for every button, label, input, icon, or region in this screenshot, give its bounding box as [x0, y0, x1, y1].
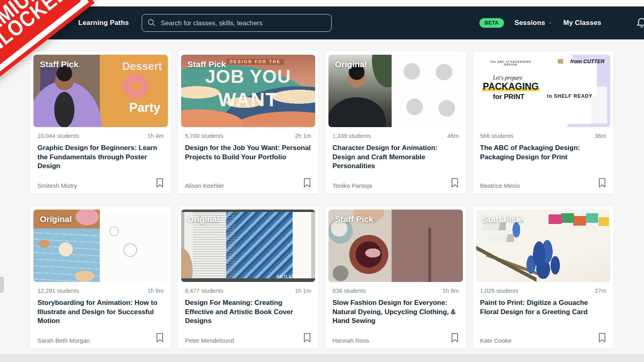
class-card[interactable]: Staff Pick 836 students 1h 9m Slow Fashi…: [325, 206, 466, 349]
badge-label: Staff Pick: [483, 214, 521, 224]
bookmark-button[interactable]: [303, 178, 311, 189]
thumbnail-art-text: for PRINT: [493, 93, 524, 101]
bookmark-icon: [598, 333, 606, 343]
card-meta-row: 12,291 students 1h 6m: [37, 288, 164, 294]
notifications-button[interactable]: [636, 17, 644, 29]
class-title[interactable]: Character Design for Animation: Design a…: [332, 144, 459, 171]
card-author-row: Beatrice Menis: [480, 178, 607, 189]
class-title[interactable]: Storyboarding for Animation: How to Illu…: [37, 298, 164, 326]
bookmark-icon: [303, 333, 311, 343]
nav-learning-paths-label: Learning Paths: [78, 19, 129, 27]
badge-green-dot: [199, 216, 201, 218]
card-meta-row: 8,477 students 1h 1m: [185, 288, 312, 294]
class-thumbnail[interactable]: Original: [33, 210, 168, 282]
class-card[interactable]: Original 12,291 students 1h 6m Storyboar…: [30, 206, 171, 349]
bookmark-icon: [451, 333, 459, 343]
thumbnail-badge: Original: [40, 214, 72, 224]
card-body: 8,477 students 1h 1m Design For Meaning:…: [181, 282, 316, 344]
class-title[interactable]: Design for the Job You Want: Personal Pr…: [185, 144, 312, 162]
class-thumbnail[interactable]: The ABC of PACKAGING DESIGN Let's prepar…: [476, 55, 611, 127]
bookmark-button[interactable]: [303, 333, 311, 344]
search-box: [142, 14, 332, 32]
badge-green-dot: [347, 61, 349, 63]
bookmark-button[interactable]: [156, 333, 164, 344]
thumbnail-badge: Staff Pick: [335, 214, 376, 224]
bookmark-button[interactable]: [598, 178, 606, 189]
card-author-row: Peter Mendelsund: [185, 333, 312, 344]
class-card[interactable]: Original 1,339 students 46m Character De…: [325, 51, 466, 194]
class-duration: 27m: [595, 288, 606, 294]
student-count: 8,477 students: [185, 288, 223, 294]
card-author-row: Toniko Pantoja: [332, 178, 459, 189]
class-title[interactable]: Graphic Design for Beginners: Learn the …: [37, 144, 164, 171]
thumbnail-badge: Original: [335, 60, 367, 69]
thumbnail-art-text: PACKAGING: [482, 81, 540, 92]
thumbnail-art-text: DESIGN FOR THE: [227, 59, 284, 65]
badge-green-dot: [521, 214, 523, 224]
card-body: 566 students 36m The ABC of Packaging De…: [476, 127, 611, 189]
class-author[interactable]: Sarah Beth Morgan: [37, 337, 90, 344]
class-grid: Staff Pick Dessert Party 10,044 students…: [30, 51, 613, 349]
class-author[interactable]: Kate Cooke: [480, 337, 512, 344]
search-icon: [147, 19, 156, 27]
class-thumbnail[interactable]: Staff Pick: [328, 210, 463, 282]
class-card[interactable]: Staff Pick 1,025 students 27m Paint to P…: [473, 206, 614, 349]
card-author-row: Alison Koehler: [185, 178, 312, 189]
class-author[interactable]: Alison Koehler: [185, 182, 224, 189]
badge-label: Staff Pick: [40, 60, 78, 69]
thumbnail-art-text: Party: [129, 101, 161, 115]
class-title[interactable]: Design For Meaning: Creating Effective a…: [185, 298, 312, 326]
thumbnail-badge: Original: [188, 214, 219, 224]
thumbnail-art-text: from CUTTER: [570, 58, 605, 64]
nav-sessions-label: Sessions: [514, 19, 545, 27]
bookmark-button[interactable]: [156, 178, 164, 189]
chevron-down-icon: [548, 21, 553, 25]
class-duration: 36m: [595, 133, 606, 139]
bottom-strip: [0, 354, 644, 362]
class-author[interactable]: Toniko Pantoja: [332, 182, 372, 189]
class-thumbnail[interactable]: Staff Pick Dessert Party: [33, 55, 168, 127]
class-card[interactable]: Original SKILLSHARE 8,477 students 1h 1m…: [178, 206, 319, 349]
class-duration: 1h 4m: [147, 133, 163, 139]
card-meta-row: 566 students 36m: [480, 133, 607, 139]
class-thumbnail[interactable]: Staff Pick DESIGN FOR THE JOB YOU WANT: [181, 55, 316, 127]
badge-label: Original: [40, 214, 72, 224]
class-thumbnail[interactable]: Original SKILLSHARE: [181, 210, 316, 282]
badge-green-dot: [374, 214, 376, 224]
class-duration: 1h 6m: [147, 288, 163, 294]
student-count: 566 students: [480, 133, 514, 139]
class-author[interactable]: Peter Mendelsund: [185, 337, 234, 344]
nav-my-classes[interactable]: My Classes: [563, 19, 601, 27]
card-body: 5,700 students 2h 1m Design for the Job …: [181, 127, 316, 189]
badge-label: Original: [335, 60, 367, 69]
class-thumbnail[interactable]: Staff Pick: [476, 210, 611, 282]
card-body: 1,339 students 46m Character Design for …: [328, 127, 463, 189]
bookmark-button[interactable]: [451, 333, 459, 344]
bookmark-icon: [303, 178, 311, 188]
bookmark-button[interactable]: [451, 178, 459, 189]
class-title[interactable]: Slow Fashion Design for Everyone: Natura…: [332, 298, 459, 326]
class-card[interactable]: Staff Pick Dessert Party 10,044 students…: [30, 51, 171, 194]
class-title[interactable]: The ABC of Packaging Design: Packaging D…: [480, 144, 607, 162]
card-meta-row: 1,025 students 27m: [480, 288, 607, 294]
class-author[interactable]: Smitesh Mistry: [37, 182, 77, 189]
nav-right-group: BETA Sessions My Classes: [479, 18, 620, 28]
bookmark-button[interactable]: [598, 333, 606, 344]
bookmark-icon: [156, 333, 164, 343]
nav-learning-paths[interactable]: Learning Paths: [78, 19, 129, 27]
card-meta-row: 10,044 students 1h 4m: [37, 133, 164, 139]
class-title[interactable]: Paint to Print: Digitize a Gouache Flora…: [480, 298, 607, 317]
card-author-row: Kate Cooke: [480, 333, 607, 344]
nav-sessions[interactable]: Sessions: [514, 19, 553, 27]
left-edge-tab[interactable]: [0, 277, 4, 293]
class-card[interactable]: The ABC of PACKAGING DESIGN Let's prepar…: [473, 51, 614, 194]
class-card[interactable]: Staff Pick DESIGN FOR THE JOB YOU WANT 5…: [178, 51, 319, 194]
class-author[interactable]: Hannah Ross: [332, 337, 369, 344]
class-duration: 2h 1m: [295, 133, 311, 139]
thumbnail-art-text: The ABC of PACKAGING DESIGN: [486, 60, 536, 66]
class-thumbnail[interactable]: Original: [328, 55, 463, 127]
class-author[interactable]: Beatrice Menis: [480, 182, 520, 189]
card-meta-row: 1,339 students 46m: [332, 133, 459, 139]
skillshare-browse-page: Browse Learning Paths BETA Sessions My C…: [0, 0, 644, 362]
search-input[interactable]: [142, 14, 332, 32]
